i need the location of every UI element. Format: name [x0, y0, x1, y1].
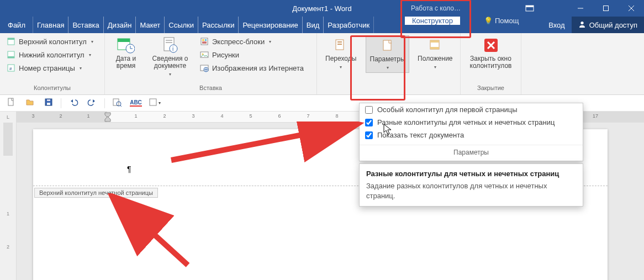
option-show-document-text[interactable]: Показать текст документа [360, 129, 583, 141]
vertical-ruler[interactable]: 1 1 2 [0, 123, 17, 280]
chevron-down-icon: ▾ [169, 71, 171, 78]
document-info-icon: i [161, 36, 179, 54]
chevron-down-icon: ▾ [89, 52, 91, 57]
file-tab[interactable]: Файл [0, 17, 33, 33]
tell-me-help[interactable]: 💡 Помощ [484, 17, 519, 25]
header-tag-label: Верхний колонтитул нечетной страницы [34, 188, 158, 198]
pictures-icon [200, 50, 209, 59]
options-popup: Особый колонтитул для первой страницы Ра… [359, 103, 583, 161]
svg-text:i: i [172, 46, 173, 52]
maximize-button[interactable] [593, 0, 619, 17]
navigation-dropdown[interactable]: Переходы▾ [321, 35, 360, 72]
svg-rect-32 [337, 41, 342, 43]
spelling-abc-icon: ABC [130, 99, 142, 107]
share-button[interactable]: Общий доступ [572, 17, 644, 33]
tab-home[interactable]: Главная [33, 17, 68, 33]
pilcrow-mark: ¶ [127, 165, 131, 173]
tab-mailings[interactable]: Рассылки [198, 17, 239, 33]
quick-parts-dropdown[interactable]: Экспресс-блоки▾ [198, 35, 306, 47]
tab-insert[interactable]: Вставка [68, 17, 103, 33]
new-doc-button[interactable] [4, 97, 18, 110]
svg-rect-14 [118, 39, 130, 42]
ribbon-tabs: Файл Главная Вставка Дизайн Макет Ссылки… [0, 17, 644, 33]
chevron-down-icon: ▾ [159, 101, 161, 105]
undo-button[interactable] [67, 97, 80, 110]
close-x-icon [482, 36, 500, 54]
online-pictures-button[interactable]: Изображения из Интернета [198, 62, 306, 74]
footer-dropdown[interactable]: Нижний колонтитул▾ [4, 49, 96, 61]
open-button[interactable] [23, 97, 36, 110]
quick-parts-icon [200, 37, 209, 46]
svg-point-6 [580, 21, 583, 24]
ribbon-display-options-button[interactable] [517, 0, 542, 17]
tab-review[interactable]: Рецензирование [238, 17, 302, 33]
close-window-button[interactable] [619, 0, 644, 17]
online-pictures-icon [200, 64, 209, 72]
tab-view[interactable]: Вид [302, 17, 324, 33]
tab-designer-active[interactable]: Конструктор [405, 17, 460, 25]
pictures-button[interactable]: Рисунки [198, 49, 306, 61]
chevron-down-icon: ▾ [434, 64, 436, 71]
folder-open-icon [25, 98, 34, 108]
svg-marker-50 [105, 117, 110, 121]
zoom-dropdown[interactable]: ▾ [148, 97, 161, 110]
sign-in-button[interactable]: Вход [542, 21, 571, 29]
svg-rect-24 [202, 39, 204, 41]
checkbox-show-document-text[interactable] [365, 131, 373, 139]
svg-rect-19 [166, 40, 172, 41]
redo-icon [87, 98, 97, 108]
group-label-headers-footers: Колонтитулы [4, 84, 100, 93]
chevron-down-icon: ▾ [387, 64, 389, 71]
print-preview-button[interactable] [110, 97, 124, 110]
new-doc-icon [7, 98, 15, 108]
option-different-first-page[interactable]: Особый колонтитул для первой страницы [360, 103, 583, 116]
tab-design[interactable]: Дизайн [103, 17, 136, 33]
header-dropdown[interactable]: Верхний колонтитул▾ [4, 35, 96, 47]
tab-references[interactable]: Ссылки [164, 17, 198, 33]
title-bar: Документ1 - Word Работа с коло… [0, 0, 644, 17]
group-label-close: Закрытие [465, 84, 516, 93]
option-different-odd-even[interactable]: Разные колонтитулы для четных и нечетных… [360, 116, 583, 129]
position-icon [426, 36, 444, 54]
svg-rect-3 [604, 6, 609, 11]
zoom-dropdown-icon [149, 98, 157, 108]
options-dropdown[interactable]: Параметры▾ [366, 35, 409, 73]
print-preview-icon [112, 98, 122, 108]
svg-rect-34 [383, 40, 391, 50]
group-label-insert: Вставка [109, 84, 312, 93]
redo-button[interactable] [86, 97, 99, 110]
svg-rect-44 [47, 99, 50, 101]
checkbox-different-first-page[interactable] [365, 106, 373, 114]
position-dropdown[interactable]: Положение▾ [415, 35, 456, 72]
popup-heading: Параметры [360, 145, 583, 161]
svg-rect-36 [430, 40, 439, 43]
svg-rect-26 [202, 41, 207, 44]
indent-hanging-marker[interactable] [104, 117, 112, 123]
tab-developer[interactable]: Разработчик [323, 17, 374, 33]
footer-icon [7, 50, 15, 59]
svg-rect-8 [8, 38, 14, 40]
lightbulb-icon: 💡 [484, 17, 493, 25]
svg-rect-10 [8, 56, 14, 58]
contextual-tab-title: Работа с коло… [403, 0, 468, 17]
svg-rect-45 [113, 99, 119, 105]
page-number-dropdown[interactable]: # Номер страницы▾ [4, 62, 96, 74]
close-header-footer-button[interactable]: Закрыть окно колонтитулов [465, 35, 516, 71]
calendar-clock-icon [117, 36, 135, 54]
document-info-dropdown[interactable]: i Сведения о документе▾ [148, 35, 192, 79]
svg-rect-25 [205, 39, 207, 41]
date-time-button[interactable]: Дата и время [109, 35, 142, 71]
checkbox-different-odd-even[interactable] [365, 119, 373, 126]
svg-rect-20 [166, 42, 172, 43]
svg-rect-48 [150, 99, 156, 105]
ribbon: Верхний колонтитул▾ Нижний колонтитул▾ #… [0, 33, 644, 95]
minimize-button[interactable] [568, 0, 593, 17]
person-icon [578, 20, 586, 30]
chevron-down-icon: ▾ [80, 66, 82, 71]
save-button[interactable] [42, 97, 55, 110]
spelling-button[interactable]: ABC [129, 97, 142, 110]
svg-rect-37 [430, 47, 439, 49]
svg-rect-43 [47, 103, 50, 105]
tab-layout[interactable]: Макет [135, 17, 165, 33]
svg-text:#: # [9, 66, 12, 71]
